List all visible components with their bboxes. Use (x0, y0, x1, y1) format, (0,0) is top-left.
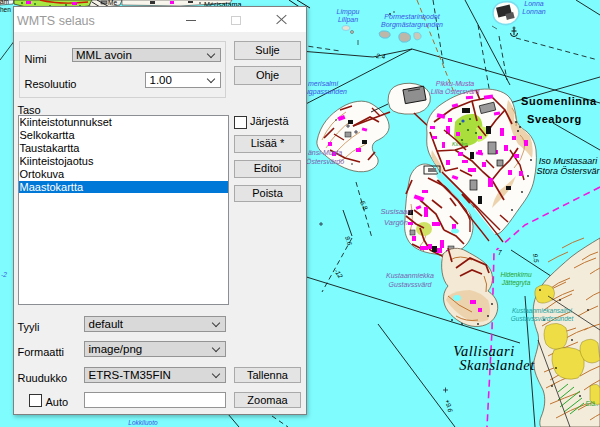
svg-text:Hidenkirnu: Hidenkirnu (500, 271, 531, 278)
svg-text:Skanslandet: Skanslandet (459, 357, 535, 373)
svg-text:7: 7 (498, 249, 502, 256)
svg-text:Susisaari: Susisaari (381, 207, 412, 216)
svg-text:-2: -2 (1, 271, 7, 278)
svg-text:Vargön: Vargön (384, 218, 408, 227)
svg-text:merisalmi: merisalmi (308, 80, 338, 87)
svg-text:Lillpan: Lillpan (338, 16, 358, 24)
svg-text:Pikku-Musta: Pikku-Musta (436, 80, 475, 87)
svg-text:änsi-Musta: änsi-Musta (308, 149, 342, 156)
svg-text:Stora Östersvär: Stora Östersvär (536, 166, 600, 176)
svg-text:Limppu: Limppu (337, 8, 360, 16)
svg-text:Kustaanmiekka: Kustaanmiekka (386, 272, 434, 279)
svg-text:am: am (0, 0, 9, 5)
svg-text:Jättegryta: Jättegryta (501, 279, 531, 287)
svg-text:Lonna: Lonna (524, 0, 544, 7)
svg-text:Borgmästargrunden: Borgmästargrunden (381, 21, 443, 29)
svg-text:hen: hen (0, 6, 11, 13)
svg-text:Gustavssvärd: Gustavssvärd (389, 281, 433, 288)
svg-text:Iso Mustasaari: Iso Mustasaari (539, 156, 599, 166)
svg-text:Elä..: Elä.. (585, 400, 598, 407)
svg-text:Kustaanmiekansalmi: Kustaanmiekansalmi (512, 307, 573, 314)
svg-text:2.4: 2.4 (375, 52, 386, 60)
svg-text:Gustavssvärdssundet: Gustavssvärdssundet (511, 315, 575, 322)
svg-text:Suomenlinna: Suomenlinna (521, 95, 597, 107)
svg-text:ugpassunden: ugpassunden (305, 88, 347, 96)
svg-text:Östersvärdö: Östersvärdö (306, 158, 344, 165)
svg-text:Sveaborg: Sveaborg (527, 113, 582, 125)
svg-text:Lilla Östersvärd: Lilla Östersvärd (431, 88, 481, 95)
svg-text:Pormestarinbodot: Pormestarinbodot (384, 13, 440, 20)
svg-text:Lokkiluoto: Lokkiluoto (128, 419, 158, 426)
svg-text:Lonnan: Lonnan (522, 8, 545, 15)
svg-text:9.5: 9.5 (532, 253, 540, 263)
